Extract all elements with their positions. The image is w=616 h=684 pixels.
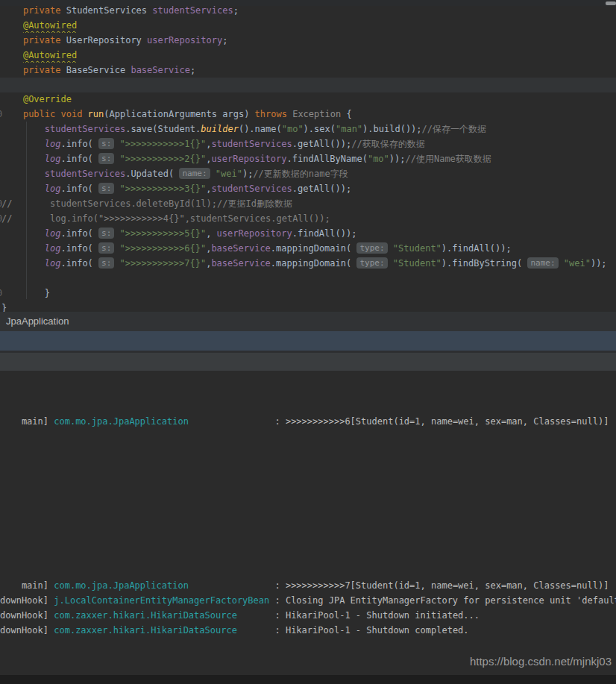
run-tab-label[interactable]: JpaApplication <box>6 316 69 327</box>
param-hint-chip: name: <box>179 168 210 179</box>
code-block-run-method[interactable]: @Override0 public void run(ApplicationAr… <box>0 92 616 316</box>
code-line[interactable]: @Autowired <box>0 18 616 33</box>
code-token: ">>>>>>>>>>>5{}" <box>120 228 207 239</box>
code-line[interactable]: private UserRepository userRepository; <box>0 33 616 48</box>
param-hint-chip: s: <box>98 257 114 269</box>
param-hint-chip: name: <box>527 257 558 269</box>
code-editor[interactable]: private StudentServices studentServices;… <box>0 6 616 312</box>
code-token <box>1 154 45 164</box>
code-line[interactable]: log.info( s: ">>>>>>>>>>>3{}",studentSer… <box>0 181 616 196</box>
code-token: (ApplicationArguments args) <box>104 109 254 119</box>
code-line[interactable]: 0 public void run(ApplicationArguments a… <box>0 107 616 122</box>
code-token <box>210 169 216 179</box>
code-token: .findAllByName( <box>287 154 368 164</box>
code-token: ).findByString( <box>441 258 528 269</box>
code-token: ">>>>>>>>>>>1{}" <box>120 139 207 149</box>
code-token: ().name( <box>239 124 282 134</box>
log-thread-prefix: downHook] <box>0 625 54 636</box>
code-token: ).build()); <box>362 124 421 134</box>
code-token: .getAll()); <box>292 139 351 149</box>
code-line[interactable]: studentServices.Updated( name: "wei");//… <box>0 166 616 181</box>
code-token <box>1 50 23 60</box>
code-token: ; <box>233 5 239 16</box>
param-hint-chip: s: <box>98 183 114 194</box>
code-token: private <box>23 65 66 75</box>
code-token: ; <box>190 65 195 75</box>
code-token <box>559 258 564 269</box>
ide-window: private StudentServices studentServices;… <box>0 0 616 684</box>
toolbar-band <box>0 353 616 371</box>
code-line[interactable]: log.info( s: ">>>>>>>>>>>7{}",baseServic… <box>0 256 616 271</box>
code-token <box>1 258 45 269</box>
code-token: // log.info(">>>>>>>>>>>4{}",studentServ… <box>1 213 330 224</box>
run-panel-header: JpaApplication <box>0 312 616 332</box>
indent-guide <box>26 122 27 299</box>
code-token: //更新数据的name字段 <box>253 169 348 179</box>
code-token: throws <box>255 109 293 119</box>
code-token: "wei" <box>216 169 242 179</box>
code-token: Exception <box>292 109 346 119</box>
code-line[interactable]: 0// studentServices.deleteById(1l);//更据I… <box>0 196 616 211</box>
selected-console-row[interactable] <box>0 331 616 351</box>
log-thread-prefix: main] <box>0 580 54 591</box>
code-line[interactable]: @Override <box>0 92 616 107</box>
code-line[interactable]: log.info( s: ">>>>>>>>>>>1{}",studentSer… <box>0 137 616 151</box>
code-token: , <box>206 228 216 239</box>
code-token: ">>>>>>>>>>>2{}" <box>120 154 207 164</box>
code-line[interactable]: log.info( s: ">>>>>>>>>>>6{}",baseServic… <box>0 241 616 256</box>
console-pane[interactable]: main] com.mo.jpa.JpaApplication : >>>>>>… <box>0 371 616 684</box>
code-line[interactable]: log.info( s: ">>>>>>>>>>>2{}",userReposi… <box>0 151 616 166</box>
code-block-fields[interactable]: private StudentServices studentServices;… <box>0 3 616 78</box>
code-token: studentServices <box>211 183 292 194</box>
code-token: run <box>88 109 104 119</box>
code-line[interactable] <box>0 271 616 286</box>
watermark: https://blog.csdn.net/mjnkj03 <box>470 655 612 668</box>
code-token <box>114 139 119 149</box>
code-token: log <box>45 243 61 254</box>
code-line[interactable]: @Autowired <box>0 48 616 63</box>
log-message: : >>>>>>>>>>>6[Student(id=1, name=wei, s… <box>189 416 609 427</box>
code-token: studentServices <box>45 169 125 179</box>
code-line[interactable]: 0// log.info(">>>>>>>>>>>4{}",studentSer… <box>0 211 616 226</box>
log-logger-name: j.LocalContainerEntityManagerFactoryBean <box>54 595 269 606</box>
bottom-strip <box>0 675 616 684</box>
code-token: "mo" <box>368 154 389 164</box>
code-token: studentServices <box>45 124 125 134</box>
code-line[interactable]: private StudentServices studentServices; <box>0 3 616 18</box>
code-token <box>388 243 393 254</box>
log-message: : >>>>>>>>>>>7[Student(id=1, name=wei, s… <box>189 580 609 591</box>
code-token: @Autowired <box>23 20 77 31</box>
code-token <box>388 258 393 269</box>
code-token: ).findAll()); <box>441 243 512 254</box>
code-line[interactable]: 0 } <box>0 286 616 301</box>
code-token: //获取保存的数据 <box>351 139 424 149</box>
console-line: main] com.mo.jpa.JpaApplication : >>>>>>… <box>0 414 616 429</box>
code-token: userRepository <box>147 35 222 46</box>
code-token: public void <box>23 109 88 119</box>
code-token: "man" <box>336 124 362 134</box>
code-token <box>1 228 45 239</box>
gutter-fragment: 0 <box>0 196 2 211</box>
log-thread-prefix: main] <box>0 416 54 427</box>
code-token: .findAll()); <box>292 228 357 239</box>
code-token: .mappingDomain( <box>271 243 357 254</box>
code-token: builder <box>201 124 239 134</box>
code-token: .info( <box>60 258 98 269</box>
code-token: )); <box>389 154 406 164</box>
code-token: .getAll()); <box>292 183 351 194</box>
code-token: ">>>>>>>>>>>3{}" <box>120 183 207 194</box>
code-token: @Autowired <box>23 50 77 60</box>
code-token: .info( <box>60 154 98 164</box>
console-output-upper: main] com.mo.jpa.JpaApplication : >>>>>>… <box>0 414 616 429</box>
code-line[interactable]: studentServices.save(Student.builder().n… <box>0 122 616 137</box>
code-token: baseService <box>211 258 270 269</box>
code-token: .info( <box>60 139 98 149</box>
console-line: downHook] com.zaxxer.hikari.HikariDataSo… <box>0 608 616 623</box>
code-line[interactable]: private BaseService baseService; <box>0 63 616 78</box>
log-logger-name: com.zaxxer.hikari.HikariDataSource <box>54 625 237 636</box>
code-token <box>114 258 119 269</box>
code-token <box>1 243 45 254</box>
code-token: .mappingDomain( <box>271 258 357 269</box>
log-message: : HikariPool-1 - Shutdown initiated... <box>237 610 480 621</box>
code-line[interactable]: log.info( s: ">>>>>>>>>>>5{}", userRepos… <box>0 226 616 241</box>
